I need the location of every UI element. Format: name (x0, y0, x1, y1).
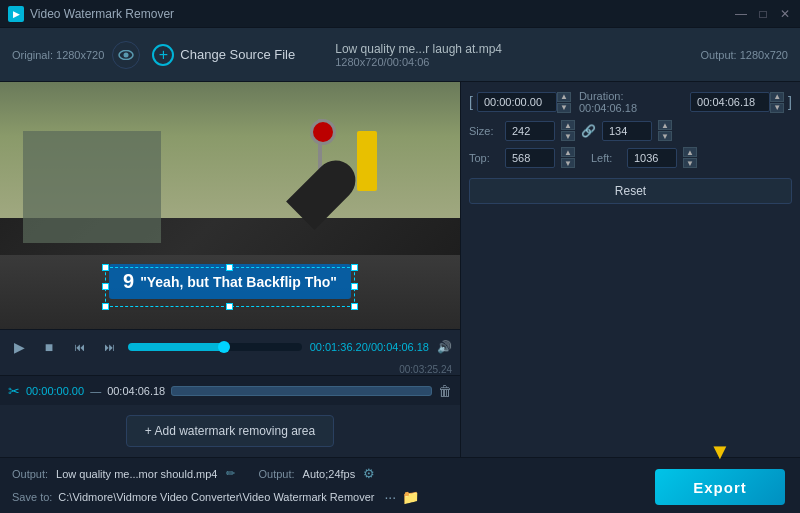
add-watermark-area-label: + Add watermark removing area (145, 424, 315, 438)
delete-segment-icon[interactable]: 🗑 (438, 383, 452, 399)
export-button[interactable]: Export (655, 469, 785, 505)
change-source-label: Change Source File (180, 47, 295, 62)
start-time-up[interactable]: ▲ (557, 92, 571, 102)
close-button[interactable]: ✕ (778, 7, 792, 21)
app-title: Video Watermark Remover (30, 7, 174, 21)
browse-button[interactable]: ··· (384, 489, 396, 505)
size-label: Size: (469, 125, 499, 137)
bracket-end: ] (788, 94, 792, 110)
video-frame: 9 "Yeah, but That Backflip Tho" (0, 82, 460, 329)
width-down[interactable]: ▼ (561, 131, 575, 141)
save-path: C:\Vidmore\Vidmore Video Converter\Video… (58, 491, 374, 503)
output-settings-value: Auto;24fps (303, 468, 356, 480)
subtitle-overlay: 9 "Yeah, but That Backflip Tho" (109, 264, 351, 299)
file-name: Low quality me...r laugh at.mp4 (335, 42, 502, 56)
export-area: ▼ Export (640, 423, 800, 513)
right-panel: [ ▲ ▼ Duration: 00:04:06.18 ▲ ▼ ] (460, 82, 800, 457)
save-to-label: Save to: (12, 491, 52, 503)
top-label: Top: (469, 152, 499, 164)
top-input[interactable] (505, 148, 555, 168)
timeline-progress (128, 343, 224, 351)
settings-icon[interactable]: ⚙ (363, 466, 375, 481)
time-display: 00:01:36.20/00:04:06.18 (310, 341, 429, 353)
height-input[interactable] (602, 121, 652, 141)
end-time-input[interactable] (690, 92, 770, 112)
duration-label: Duration: 00:04:06.18 (579, 90, 682, 114)
segment-row: ✂ 00:00:00.00 — 00:04:06.18 🗑 (0, 375, 460, 405)
frame-forward-button[interactable]: ⏭ (98, 336, 120, 358)
edit-output-icon[interactable]: ✏ (226, 467, 235, 480)
end-time-group: ▲ ▼ (690, 92, 784, 113)
start-time-input[interactable] (477, 92, 557, 112)
stop-button[interactable]: ■ (38, 336, 60, 358)
file-info: Low quality me...r laugh at.mp4 1280x720… (335, 42, 502, 68)
minimize-button[interactable]: — (734, 7, 748, 21)
toolbar: Original: 1280x720 + Change Source File … (0, 28, 800, 82)
reset-button[interactable]: Reset (469, 178, 792, 204)
left-input[interactable] (627, 148, 677, 168)
output-file-label: Output: (12, 468, 48, 480)
maximize-button[interactable]: □ (756, 7, 770, 21)
arrow-down-icon: ▼ (709, 439, 731, 465)
height-down[interactable]: ▼ (658, 131, 672, 141)
start-time-group: ▲ ▼ (477, 92, 571, 113)
svg-point-1 (124, 52, 129, 57)
timeline-area: ▶ ■ ⏮ ⏭ 00:01:36.20/00:04:06.18 🔊 (0, 329, 460, 364)
top-up[interactable]: ▲ (561, 147, 575, 157)
width-input[interactable] (505, 121, 555, 141)
width-up[interactable]: ▲ (561, 120, 575, 130)
size-row: Size: ▲ ▼ 🔗 ▲ ▼ (469, 120, 792, 141)
add-watermark-area-button[interactable]: + Add watermark removing area (126, 415, 334, 447)
plus-circle-icon: + (152, 44, 174, 66)
original-resolution-label: Original: 1280x720 (12, 49, 104, 61)
left-up[interactable]: ▲ (683, 147, 697, 157)
volume-icon[interactable]: 🔊 (437, 340, 452, 354)
play-button[interactable]: ▶ (8, 336, 30, 358)
end-time-down[interactable]: ▼ (770, 103, 784, 113)
bracket-start: [ (469, 94, 473, 110)
output-file-name: Low quality me...mor should.mp4 (56, 468, 217, 480)
timeline-bar[interactable] (128, 343, 302, 351)
timeline-timestamp: 00:03:25.24 (0, 364, 460, 375)
segment-end: 00:04:06.18 (107, 385, 165, 397)
timeline-thumb[interactable] (218, 341, 230, 353)
preview-toggle-button[interactable] (112, 41, 140, 69)
file-details: 1280x720/00:04:06 (335, 56, 502, 68)
end-time-up[interactable]: ▲ (770, 92, 784, 102)
title-bar: ▶ Video Watermark Remover — □ ✕ (0, 0, 800, 28)
output-settings-label: Output: (259, 468, 295, 480)
output-resolution-label: Output: 1280x720 (701, 49, 788, 61)
scissors-icon: ✂ (8, 383, 20, 399)
change-source-button[interactable]: + Change Source File (152, 44, 295, 66)
open-folder-icon[interactable]: 📁 (402, 489, 419, 505)
position-row: Top: ▲ ▼ Left: ▲ ▼ (469, 147, 792, 168)
left-down[interactable]: ▼ (683, 158, 697, 168)
start-time-down[interactable]: ▼ (557, 103, 571, 113)
height-up[interactable]: ▲ (658, 120, 672, 130)
video-preview: 9 "Yeah, but That Backflip Tho" (0, 82, 460, 329)
left-label: Left: (591, 152, 621, 164)
frame-back-button[interactable]: ⏮ (68, 336, 90, 358)
subtitle-text: "Yeah, but That Backflip Tho" (140, 274, 337, 290)
subtitle-number: 9 (123, 270, 134, 293)
segment-timeline-bar[interactable] (171, 386, 432, 396)
segment-start: 00:00:00.00 (26, 385, 84, 397)
top-down[interactable]: ▼ (561, 158, 575, 168)
link-dimensions-icon[interactable]: 🔗 (581, 124, 596, 138)
app-icon: ▶ (8, 6, 24, 22)
time-inputs-row: [ ▲ ▼ Duration: 00:04:06.18 ▲ ▼ ] (469, 90, 792, 114)
